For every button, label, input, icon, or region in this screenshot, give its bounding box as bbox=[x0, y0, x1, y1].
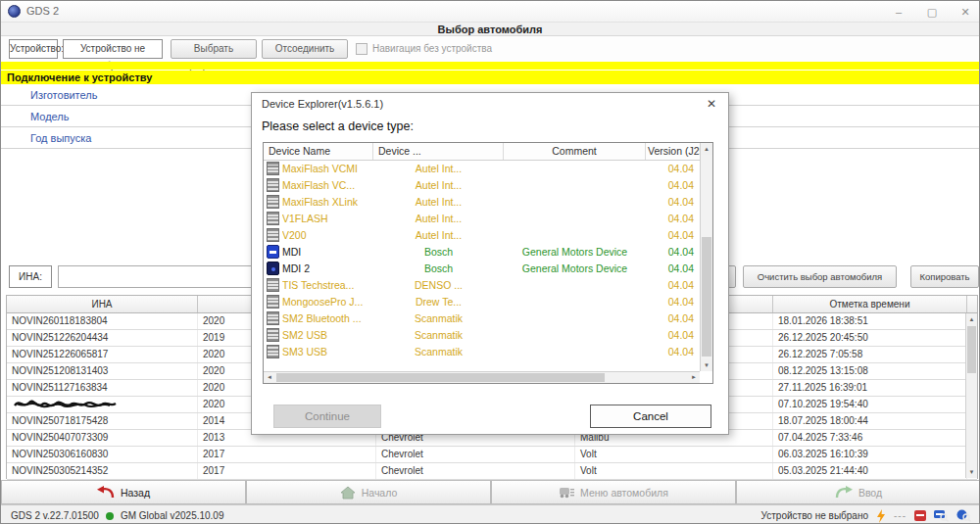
dialog-title: Device Explorer(v1.5.6.1) bbox=[252, 93, 728, 115]
cell-model: Volt bbox=[575, 447, 773, 462]
device-list-rows: MaxiFlash VCMIAutel Int...04.04MaxiFlash… bbox=[264, 161, 700, 360]
cell-time: 27.11.2025 16:39:01 bbox=[773, 380, 967, 396]
continue-button[interactable]: Continue bbox=[273, 405, 381, 428]
device-row[interactable]: MDI 2BoschGeneral Motors Device04.04 bbox=[264, 261, 700, 277]
back-label: Назад bbox=[121, 487, 150, 499]
home-button[interactable]: Начало bbox=[246, 480, 491, 504]
db-status-icon bbox=[106, 512, 114, 520]
network-search-icon[interactable] bbox=[956, 509, 971, 522]
device-version: 04.04 bbox=[644, 211, 697, 227]
cell-time: 06.03.2025 16:10:39 bbox=[773, 447, 967, 462]
j2534-device-icon bbox=[267, 212, 279, 225]
header-timestamp[interactable]: Отметка времени bbox=[773, 296, 967, 312]
vin-label-button[interactable]: ИНА: bbox=[9, 265, 52, 288]
device-version: 04.04 bbox=[644, 177, 697, 194]
device-explorer-dialog: Device Explorer(v1.5.6.1) ✕ Please selec… bbox=[251, 92, 729, 435]
device-list: Device Name Device ... Comment Version (… bbox=[263, 142, 713, 384]
app-version: GDS 2 v.22.7.01500 bbox=[11, 510, 99, 521]
device-row[interactable]: MaxiFlash VC...Autel Int...04.04 bbox=[264, 177, 700, 194]
device-row[interactable]: V200Autel Int...04.04 bbox=[264, 227, 700, 244]
close-icon[interactable]: ✕ bbox=[959, 6, 971, 19]
device-list-vscrollbar[interactable]: ▲ ▼ bbox=[700, 143, 712, 371]
cell-vin: NOVIN251127163834 bbox=[7, 380, 198, 396]
cancel-button[interactable]: Cancel bbox=[590, 405, 711, 428]
device-version: 04.04 bbox=[644, 327, 697, 344]
scroll-up-icon[interactable]: ▲ bbox=[966, 313, 977, 325]
j2534-device-icon bbox=[267, 328, 279, 342]
device-row[interactable]: SM3 USBScanmatik04.04 bbox=[264, 344, 700, 360]
col-version[interactable]: Version (J25 bbox=[646, 143, 700, 160]
device-version: 04.04 bbox=[644, 310, 697, 327]
device-comment: General Motors Device bbox=[504, 244, 646, 261]
back-button[interactable]: Назад bbox=[1, 480, 246, 504]
vehicle-table-scrollbar[interactable]: ▲ ▼ bbox=[965, 313, 977, 478]
j2534-device-icon bbox=[267, 178, 279, 192]
device-name: MaxiFlash VC... bbox=[282, 177, 372, 194]
scroll-left-icon[interactable]: ◄ bbox=[264, 372, 275, 383]
device-label-button: Устройство: bbox=[9, 39, 58, 59]
scroll-up-icon[interactable]: ▲ bbox=[701, 143, 712, 155]
mdi2-device-icon bbox=[267, 262, 279, 275]
col-device-type[interactable]: Device ... bbox=[373, 143, 504, 160]
device-name: V1FLASH bbox=[282, 211, 372, 227]
connection-dashes: --- bbox=[894, 510, 906, 521]
col-device-name[interactable]: Device Name bbox=[264, 143, 373, 160]
device-row[interactable]: V1FLASHAutel Int...04.04 bbox=[264, 211, 700, 227]
device-comment bbox=[504, 327, 646, 344]
window-titlebar[interactable]: GDS 2 – ▢ ✕ bbox=[1, 1, 979, 23]
disconnect-button[interactable]: Отсоединить bbox=[262, 39, 348, 59]
clear-vehicle-button[interactable]: Очистить выбор автомобиля bbox=[743, 265, 897, 288]
toolbar: Устройство: Устройство не выбрано Выбрат… bbox=[1, 36, 979, 62]
cell-model: Volt bbox=[575, 463, 773, 479]
vehicle-menu-button[interactable]: Меню автомобиля bbox=[491, 480, 736, 504]
cell-vin: NOVIN251226065817 bbox=[7, 347, 198, 362]
back-arrow-icon bbox=[97, 486, 115, 500]
connection-section-title: Подключение к устройству bbox=[1, 71, 979, 84]
minimize-icon[interactable]: – bbox=[893, 6, 905, 18]
nav-without-device-checkbox[interactable] bbox=[356, 43, 368, 55]
scrollbar-thumb[interactable] bbox=[967, 326, 976, 373]
cell-time: 05.03.2025 21:44:40 bbox=[773, 463, 967, 479]
header-vin[interactable]: ИНА bbox=[7, 296, 198, 312]
device-row[interactable]: TIS Techstrea...DENSO ...04.04 bbox=[264, 277, 700, 294]
scroll-right-icon[interactable]: ► bbox=[688, 372, 700, 383]
maximize-icon[interactable]: ▢ bbox=[926, 6, 938, 19]
device-list-hscrollbar[interactable]: ◄ ► bbox=[264, 371, 700, 383]
device-comment bbox=[504, 227, 646, 244]
device-row[interactable]: SM2 Bluetooth ...Scanmatik04.04 bbox=[264, 310, 700, 327]
scroll-down-icon[interactable]: ▼ bbox=[701, 359, 712, 371]
device-name: TIS Techstrea... bbox=[282, 277, 372, 294]
j2534-device-icon bbox=[267, 345, 279, 358]
copy-vin-button[interactable]: Копировать VIN bbox=[910, 265, 979, 288]
enter-button[interactable]: Ввод bbox=[736, 480, 980, 504]
device-row[interactable]: MaxiFlash VCMIAutel Int...04.04 bbox=[264, 161, 700, 177]
device-error-icon[interactable] bbox=[914, 510, 926, 521]
select-device-button[interactable]: Выбрать устройство bbox=[171, 39, 257, 59]
dialog-close-icon[interactable]: ✕ bbox=[704, 96, 719, 112]
device-row[interactable]: MaxiFlash XLinkAutel Int...04.04 bbox=[264, 194, 700, 211]
enter-arrow-icon bbox=[835, 486, 853, 500]
redaction-scribble bbox=[12, 397, 124, 411]
scroll-down-icon[interactable]: ▼ bbox=[966, 466, 977, 478]
scrollbar-thumb[interactable] bbox=[276, 373, 605, 382]
app-logo-icon bbox=[8, 5, 21, 18]
device-name: SM2 USB bbox=[282, 327, 372, 344]
cell-year: 2017 bbox=[198, 447, 376, 462]
device-type: Bosch bbox=[373, 261, 504, 277]
device-version: 04.04 bbox=[644, 194, 697, 211]
col-comment[interactable]: Comment bbox=[504, 143, 646, 160]
mdi-device-icon bbox=[267, 245, 279, 259]
vehicle-row[interactable]: NOVIN2503061608302017ChevroletVolt06.03.… bbox=[7, 447, 977, 463]
device-search-icon[interactable] bbox=[934, 509, 949, 522]
vehicle-row[interactable]: NOVIN2503052143522017ChevroletVolt05.03.… bbox=[7, 463, 977, 480]
bottom-nav: Назад Начало Меню автомобиля bbox=[1, 480, 979, 504]
device-version: 04.04 bbox=[644, 277, 697, 294]
device-row[interactable]: SM2 USBScanmatik04.04 bbox=[264, 327, 700, 344]
device-name: MaxiFlash VCMI bbox=[282, 161, 372, 177]
device-row[interactable]: MongoosePro J...Drew Te...04.04 bbox=[264, 294, 700, 310]
header-stub bbox=[967, 296, 977, 312]
cell-make: Chevrolet bbox=[376, 447, 575, 462]
device-type: Autel Int... bbox=[373, 161, 504, 177]
device-row[interactable]: MDIBoschGeneral Motors Device04.04 bbox=[264, 244, 700, 261]
scrollbar-thumb[interactable] bbox=[702, 237, 711, 357]
